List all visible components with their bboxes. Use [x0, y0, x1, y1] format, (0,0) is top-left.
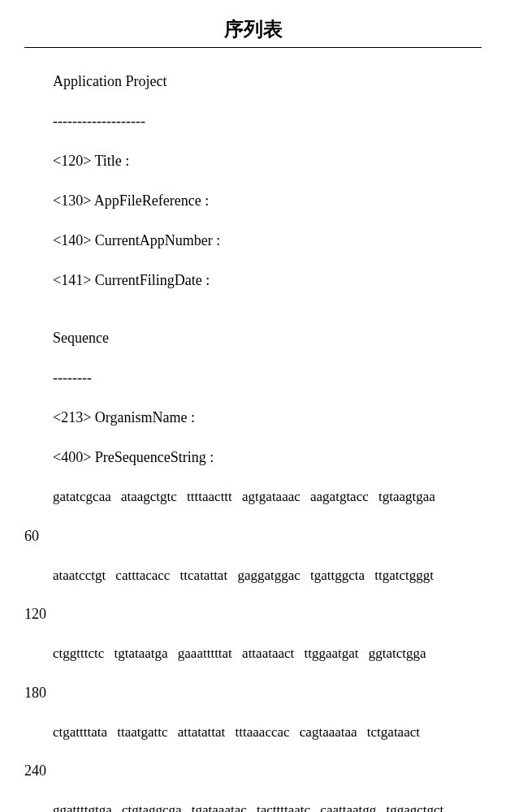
field-141-filingdate: <141> CurrentFilingDate : — [53, 270, 482, 292]
sequence-row: ggattttgtga ctgtaggcga tgataaatac tacttt… — [53, 800, 482, 812]
sequence-row: ctgattttata ttaatgattc attatattat tttaaa… — [53, 722, 482, 743]
document-content: Application Project ------------------- … — [24, 71, 482, 812]
page-title: 序列表 — [224, 16, 283, 42]
application-project-label: Application Project — [53, 71, 482, 93]
field-130-appfileref: <130> AppFileReference : — [53, 190, 482, 212]
title-divider — [24, 47, 482, 48]
sequence-row: ataatcctgt catttacacc ttcatattat gaggatg… — [53, 565, 482, 586]
field-213-organism: <213> OrganismName : — [53, 407, 482, 429]
sequence-position: 180 — [24, 682, 482, 704]
sequence-row: gatatcgcaa ataagctgtc ttttaacttt agtgata… — [53, 486, 482, 508]
sequence-row: ctggtttctc tgtataatga gaaatttttat attaat… — [53, 643, 482, 664]
header-dashes: ------------------- — [53, 110, 482, 132]
field-140-appnumber: <140> CurrentAppNumber : — [53, 230, 482, 252]
field-400-presequence: <400> PreSequenceString : — [53, 447, 482, 469]
sequence-label: Sequence — [53, 327, 482, 349]
sequence-position: 60 — [24, 525, 482, 547]
sequence-dashes: -------- — [53, 367, 482, 389]
field-120-title: <120> Title : — [53, 150, 482, 172]
sequence-position: 240 — [24, 760, 482, 782]
sequence-position: 120 — [24, 603, 482, 625]
